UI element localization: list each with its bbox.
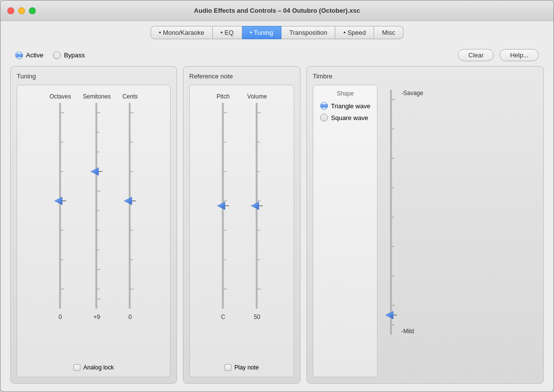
triangle-wave-label: Triangle wave (331, 102, 370, 110)
volume-slider[interactable] (251, 103, 263, 309)
svg-marker-22 (91, 168, 99, 175)
analog-lock-label: Analog lock (83, 364, 114, 371)
active-label: Active (26, 51, 43, 59)
bypass-label: Bypass (64, 51, 85, 59)
play-note-checkbox[interactable] (225, 364, 231, 371)
octaves-value: 0 (59, 314, 62, 320)
semitones-column: Semitones (83, 93, 111, 320)
timbre-slider-section: -Savage -Mild (385, 85, 537, 377)
triangle-wave-radio[interactable]: Triangle wave (320, 102, 370, 110)
octaves-slider-wrapper (54, 103, 66, 309)
timbre-slider-row: -Savage -Mild (385, 85, 423, 335)
clear-button[interactable]: Clear (458, 49, 494, 61)
cents-value: 0 (128, 314, 132, 320)
square-wave-label: Square wave (331, 114, 368, 122)
svg-marker-32 (124, 197, 132, 205)
tab-bar: • Mono/Karaoke • EQ • Tuning Transpositi… (0, 21, 554, 43)
triangle-wave-radio-circle (320, 102, 328, 110)
timbre-panel-title: Timbre (313, 73, 537, 80)
volume-slider-wrapper (251, 103, 263, 309)
svg-rect-24 (129, 103, 130, 309)
cents-slider-wrapper (124, 103, 136, 309)
traffic-lights (7, 7, 36, 14)
analog-lock-checkbox[interactable] (74, 364, 80, 371)
tuning-panel-inner: Octaves (17, 85, 171, 377)
tab-misc[interactable]: Misc (374, 26, 403, 39)
action-buttons: Clear Help... (458, 49, 539, 61)
pitch-column: Pitch (217, 93, 230, 358)
pitch-slider[interactable] (217, 103, 229, 309)
play-note-group[interactable]: Play note (196, 364, 288, 371)
mild-label: -Mild (401, 137, 423, 335)
svg-marker-64 (385, 311, 393, 319)
pitch-slider-wrapper (217, 103, 229, 309)
app-window: Audio Effects and Controls – 04 Outubro … (0, 0, 554, 392)
tuning-panel: Tuning Octaves (10, 66, 177, 384)
svg-rect-10 (96, 103, 97, 309)
cents-label: Cents (123, 93, 138, 100)
close-button[interactable] (7, 7, 14, 14)
active-bypass-group: Active Bypass (15, 51, 85, 59)
semitones-label: Semitones (83, 93, 111, 100)
maximize-button[interactable] (29, 7, 36, 14)
octaves-slider[interactable] (54, 103, 66, 309)
shape-title: Shape (320, 90, 370, 97)
reference-panel: Reference note Pitch (183, 66, 301, 384)
volume-label: Volume (247, 93, 267, 100)
window-title: Audio Effects and Controls – 04 Outubro … (194, 7, 360, 14)
tab-transposition[interactable]: Transposition (281, 26, 336, 39)
reference-panel-inner: Pitch (189, 85, 294, 377)
svg-rect-0 (59, 103, 61, 309)
square-wave-radio-circle (320, 114, 328, 122)
active-radio[interactable]: Active (15, 51, 43, 59)
main-content: Active Bypass Clear Help... Tuning (0, 43, 554, 392)
svg-rect-54 (390, 90, 392, 335)
tab-speed[interactable]: • Speed (335, 26, 374, 39)
analog-lock-group[interactable]: Analog lock (23, 364, 164, 371)
tuning-sliders: Octaves (23, 91, 164, 358)
minimize-button[interactable] (18, 7, 25, 14)
shape-group: Shape Triangle wave Square wave (313, 85, 378, 377)
svg-marker-8 (54, 197, 62, 205)
pitch-label: Pitch (217, 93, 230, 100)
pitch-value: C (221, 314, 226, 320)
timbre-labels: -Savage -Mild (401, 85, 423, 335)
help-button[interactable]: Help... (500, 49, 539, 61)
tab-mono-karaoke[interactable]: • Mono/Karaoke (151, 26, 213, 39)
reference-panel-title: Reference note (189, 73, 294, 80)
octaves-column: Octaves (50, 93, 71, 320)
semitones-slider-wrapper (91, 103, 102, 309)
timbre-content: Shape Triangle wave Square wave (313, 85, 537, 377)
active-radio-circle (15, 51, 23, 59)
tab-tuning[interactable]: • Tuning (242, 26, 281, 39)
reference-sliders: Pitch (196, 91, 288, 358)
octaves-label: Octaves (50, 93, 71, 100)
svg-marker-52 (251, 202, 259, 210)
timbre-panel: Timbre Shape Triangle wave Square wave (306, 66, 544, 384)
volume-column: Volume (247, 93, 267, 358)
semitones-value: +9 (93, 314, 100, 320)
tab-eq[interactable]: • EQ (213, 26, 242, 39)
panels-row: Tuning Octaves (10, 66, 544, 384)
cents-slider[interactable] (124, 103, 136, 309)
savage-label: -Savage (401, 90, 423, 97)
bypass-radio[interactable]: Bypass (53, 51, 85, 59)
play-note-label: Play note (234, 364, 259, 371)
cents-column: Cents (123, 93, 138, 320)
semitones-slider[interactable] (91, 103, 102, 309)
svg-marker-42 (217, 202, 225, 210)
bypass-radio-circle (53, 51, 61, 59)
top-bar: Active Bypass Clear Help... (10, 49, 544, 61)
square-wave-radio[interactable]: Square wave (320, 114, 370, 122)
tuning-panel-title: Tuning (17, 73, 171, 80)
volume-value: 50 (254, 314, 260, 320)
timbre-slider[interactable] (385, 90, 397, 335)
title-bar: Audio Effects and Controls – 04 Outubro … (0, 0, 554, 21)
